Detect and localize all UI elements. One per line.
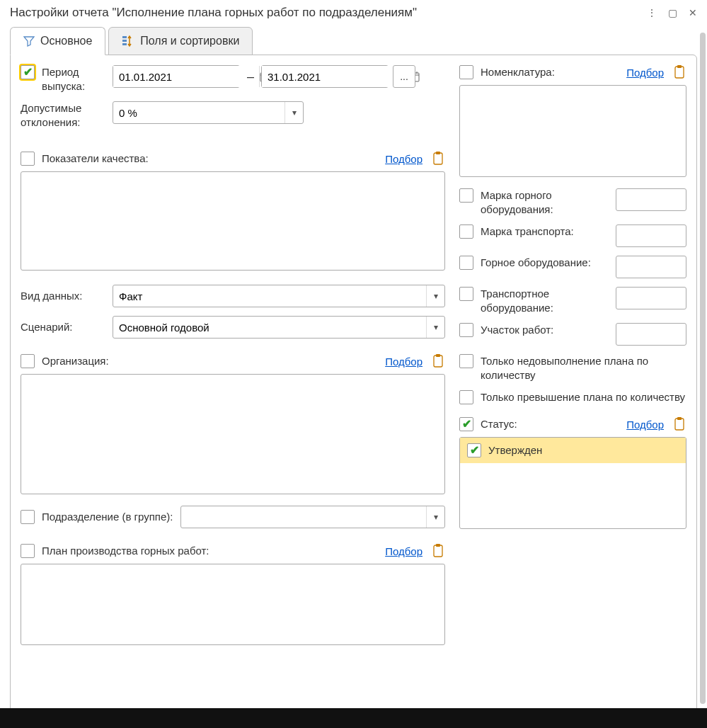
status-item-checkbox[interactable] bbox=[467, 443, 481, 457]
datatype-combo[interactable] bbox=[113, 285, 445, 307]
period-label: Период выпуска: bbox=[42, 66, 85, 92]
svg-rect-2 bbox=[122, 43, 127, 45]
chevron-down-icon[interactable] bbox=[284, 102, 303, 123]
period-from-input[interactable] bbox=[113, 66, 259, 87]
status-select-link[interactable]: Подбор bbox=[626, 419, 664, 431]
svg-rect-0 bbox=[122, 36, 127, 38]
datatype-input[interactable] bbox=[113, 285, 426, 307]
workarea-label: Участок работ: bbox=[481, 323, 609, 337]
only-under-checkbox[interactable] bbox=[459, 354, 473, 368]
taskbar bbox=[0, 708, 707, 728]
period-checkbox[interactable] bbox=[21, 65, 35, 79]
workarea-checkbox[interactable] bbox=[459, 323, 473, 337]
scenario-input[interactable] bbox=[113, 317, 426, 338]
chevron-down-icon[interactable] bbox=[426, 317, 444, 338]
tab-main[interactable]: Основное bbox=[10, 27, 105, 55]
filter-icon bbox=[23, 35, 35, 47]
plan-list[interactable] bbox=[21, 564, 445, 645]
quality-list[interactable] bbox=[21, 171, 445, 271]
only-over-checkbox[interactable] bbox=[459, 390, 473, 404]
paste-icon[interactable] bbox=[672, 417, 686, 431]
transport-brand-checkbox[interactable] bbox=[459, 224, 473, 239]
svg-rect-5 bbox=[434, 153, 442, 164]
svg-rect-14 bbox=[677, 417, 682, 420]
mining-brand-input[interactable] bbox=[616, 189, 697, 210]
scrollbar[interactable] bbox=[700, 33, 706, 704]
division-combo[interactable] bbox=[180, 506, 445, 528]
period-to[interactable] bbox=[261, 65, 389, 88]
status-label: Статус: bbox=[481, 417, 517, 431]
division-checkbox[interactable] bbox=[21, 510, 35, 524]
deviation-input[interactable] bbox=[113, 102, 284, 123]
deviation-combo[interactable] bbox=[113, 101, 304, 124]
plan-select-link[interactable]: Подбор bbox=[385, 545, 423, 557]
paste-icon[interactable] bbox=[672, 65, 686, 79]
transport-brand-combo[interactable] bbox=[616, 224, 686, 247]
transport-brand-input[interactable] bbox=[616, 225, 697, 246]
svg-rect-12 bbox=[677, 65, 682, 68]
svg-rect-13 bbox=[675, 419, 684, 430]
sort-icon bbox=[122, 35, 134, 47]
status-checkbox[interactable] bbox=[459, 417, 473, 431]
transport-brand-label: Марка транспорта: bbox=[481, 224, 609, 239]
scenario-combo[interactable] bbox=[113, 316, 445, 339]
nomenclature-list[interactable] bbox=[459, 85, 686, 177]
organization-checkbox[interactable] bbox=[21, 354, 35, 368]
organization-list[interactable] bbox=[21, 374, 445, 494]
tab-fields[interactable]: Поля и сортировки bbox=[108, 27, 253, 55]
mining-equip-checkbox[interactable] bbox=[459, 256, 473, 270]
maximize-icon[interactable]: ▢ bbox=[668, 7, 677, 18]
status-item[interactable]: Утвержден bbox=[460, 438, 686, 463]
nomenclature-label: Номенклатура: bbox=[481, 65, 555, 79]
mining-brand-combo[interactable] bbox=[616, 188, 686, 211]
workarea-input[interactable] bbox=[616, 324, 697, 345]
svg-rect-6 bbox=[436, 152, 440, 154]
organization-label: Организация: bbox=[42, 354, 109, 368]
period-more-button[interactable]: ... bbox=[393, 65, 415, 88]
nomenclature-select-link[interactable]: Подбор bbox=[626, 67, 664, 79]
chevron-down-icon[interactable] bbox=[426, 285, 444, 307]
titlebar: Настройки отчета "Исполнение плана горны… bbox=[0, 0, 707, 27]
organization-select-link[interactable]: Подбор bbox=[385, 356, 423, 368]
transport-equip-label: Транспортное оборудование: bbox=[481, 287, 609, 314]
paste-icon[interactable] bbox=[431, 354, 445, 368]
transport-equip-checkbox[interactable] bbox=[459, 287, 473, 301]
division-label: Подразделение (в группе): bbox=[42, 510, 173, 524]
scenario-label: Сценарий: bbox=[21, 321, 73, 333]
mining-equip-input[interactable] bbox=[616, 256, 697, 278]
svg-rect-9 bbox=[434, 545, 442, 557]
paste-icon[interactable] bbox=[431, 152, 445, 166]
plan-label: План производства горных работ: bbox=[42, 544, 209, 558]
quality-select-link[interactable]: Подбор bbox=[385, 153, 423, 165]
svg-rect-10 bbox=[436, 544, 440, 547]
tab-fields-label: Поля и сортировки bbox=[140, 35, 239, 47]
svg-rect-8 bbox=[436, 354, 440, 357]
status-list[interactable]: Утвержден bbox=[459, 437, 686, 529]
workarea-combo[interactable] bbox=[616, 323, 686, 346]
tabs: Основное Поля и сортировки bbox=[10, 27, 697, 55]
period-to-input[interactable] bbox=[262, 66, 408, 87]
status-item-label: Утвержден bbox=[488, 443, 542, 457]
period-from[interactable] bbox=[113, 65, 240, 88]
mining-brand-checkbox[interactable] bbox=[459, 188, 473, 203]
transport-equip-combo[interactable] bbox=[616, 287, 686, 309]
svg-rect-1 bbox=[122, 40, 127, 42]
close-icon[interactable]: ✕ bbox=[689, 7, 697, 18]
quality-label: Показатели качества: bbox=[42, 152, 149, 166]
mining-equip-combo[interactable] bbox=[616, 256, 686, 278]
mining-equip-label: Горное оборудование: bbox=[481, 256, 609, 270]
svg-rect-11 bbox=[675, 67, 684, 78]
paste-icon[interactable] bbox=[431, 544, 445, 558]
more-icon[interactable]: ⋮ bbox=[647, 7, 657, 18]
deviation-label: Допустимые отклонения: bbox=[21, 102, 81, 128]
plan-checkbox[interactable] bbox=[21, 544, 35, 558]
quality-checkbox[interactable] bbox=[21, 152, 35, 166]
dash: – bbox=[244, 69, 257, 84]
transport-equip-input[interactable] bbox=[616, 288, 697, 309]
svg-rect-7 bbox=[434, 356, 442, 367]
division-input[interactable] bbox=[181, 506, 426, 528]
only-under-label: Только недовыполнение плана по количеств… bbox=[481, 354, 686, 382]
nomenclature-checkbox[interactable] bbox=[459, 65, 473, 79]
chevron-down-icon[interactable] bbox=[426, 506, 444, 528]
mining-brand-label: Марка горного оборудования: bbox=[481, 188, 609, 216]
